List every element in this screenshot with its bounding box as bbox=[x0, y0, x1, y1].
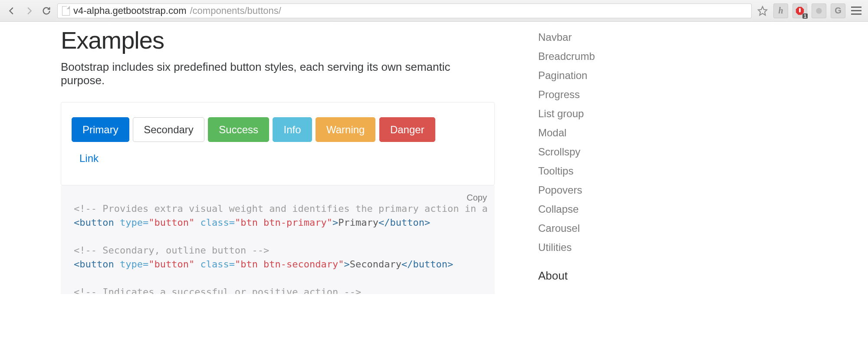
code-comment: <!-- Provides extra visual weight and id… bbox=[74, 203, 488, 214]
page-heading: Examples bbox=[61, 26, 495, 54]
sidebar-item-modal[interactable]: Modal bbox=[538, 123, 651, 142]
url-host: v4-alpha.getbootstrap.com bbox=[73, 5, 187, 16]
button-example-box: Primary Secondary Success Info Warning D… bbox=[61, 102, 495, 185]
bookmark-star-icon[interactable] bbox=[756, 4, 769, 17]
success-button[interactable]: Success bbox=[208, 117, 269, 142]
menu-button[interactable] bbox=[850, 4, 863, 17]
extension-honey[interactable]: h bbox=[773, 3, 788, 18]
extension-adblock[interactable]: 1 bbox=[792, 3, 807, 18]
warning-button[interactable]: Warning bbox=[316, 117, 375, 142]
sidebar-item-utilities[interactable]: Utilities bbox=[538, 238, 651, 257]
sidebar-item-breadcrumb[interactable]: Breadcrumb bbox=[538, 47, 651, 66]
code-attr: class= bbox=[194, 217, 235, 228]
code-tag: > bbox=[344, 259, 350, 270]
code-string: "button" bbox=[148, 259, 194, 270]
code-tag: </button> bbox=[378, 217, 430, 228]
sidebar-item-tooltips[interactable]: Tooltips bbox=[538, 161, 651, 181]
code-block: Copy<!-- Provides extra visual weight an… bbox=[61, 185, 495, 294]
code-attr: type= bbox=[114, 217, 148, 228]
sidebar-item-scrollspy[interactable]: Scrollspy bbox=[538, 142, 651, 161]
secondary-button[interactable]: Secondary bbox=[133, 117, 204, 142]
code-attr: class= bbox=[194, 259, 235, 270]
adblock-badge: 1 bbox=[802, 13, 808, 19]
lead-text: Bootstrap includes six predefined button… bbox=[61, 60, 495, 87]
main-content: Examples Bootstrap includes six predefin… bbox=[61, 26, 495, 294]
code-comment: <!-- Indicates a successful or positive … bbox=[74, 287, 361, 294]
svg-point-3 bbox=[816, 8, 822, 13]
code-comment: <!-- Secondary, outline button --> bbox=[74, 245, 269, 256]
code-string: "btn btn-secondary" bbox=[235, 259, 344, 270]
svg-marker-0 bbox=[758, 7, 767, 15]
info-button[interactable]: Info bbox=[273, 117, 312, 142]
code-text: Primary bbox=[338, 217, 378, 228]
extension-g[interactable]: G bbox=[831, 3, 845, 18]
primary-button[interactable]: Primary bbox=[72, 117, 129, 142]
reload-button[interactable] bbox=[40, 4, 53, 17]
sidebar-item-popovers[interactable]: Popovers bbox=[538, 181, 651, 200]
sidebar-item-collapse[interactable]: Collapse bbox=[538, 200, 651, 219]
code-tag: <button bbox=[74, 259, 114, 270]
code-tag: > bbox=[332, 217, 338, 228]
extension-circle[interactable] bbox=[812, 3, 826, 18]
code-string: "button" bbox=[148, 217, 194, 228]
url-path: /components/buttons/ bbox=[190, 5, 281, 16]
forward-button[interactable] bbox=[23, 4, 36, 17]
sidebar-item-navbar[interactable]: Navbar bbox=[538, 28, 651, 47]
svg-rect-2 bbox=[799, 8, 801, 12]
sidebar-nav: Navbar Breadcrumb Pagination Progress Li… bbox=[538, 26, 651, 294]
address-bar[interactable]: v4-alpha.getbootstrap.com/components/but… bbox=[57, 3, 752, 18]
code-string: "btn btn-primary" bbox=[235, 217, 332, 228]
browser-chrome: v4-alpha.getbootstrap.com/components/but… bbox=[0, 0, 868, 22]
sidebar-item-carousel[interactable]: Carousel bbox=[538, 219, 651, 238]
back-button[interactable] bbox=[5, 4, 18, 17]
link-button[interactable]: Link bbox=[72, 146, 109, 170]
code-tag: </button> bbox=[401, 259, 453, 270]
hamburger-icon bbox=[849, 4, 863, 17]
sidebar-item-progress[interactable]: Progress bbox=[538, 85, 651, 104]
code-tag: <button bbox=[74, 217, 114, 228]
sidebar-item-list-group[interactable]: List group bbox=[538, 104, 651, 123]
code-attr: type= bbox=[114, 259, 148, 270]
code-text: Secondary bbox=[350, 259, 401, 270]
danger-button[interactable]: Danger bbox=[379, 117, 435, 142]
sidebar-heading-about: About bbox=[538, 269, 651, 283]
copy-button[interactable]: Copy bbox=[467, 191, 487, 204]
sidebar-item-pagination[interactable]: Pagination bbox=[538, 66, 651, 85]
page-icon bbox=[62, 6, 70, 16]
